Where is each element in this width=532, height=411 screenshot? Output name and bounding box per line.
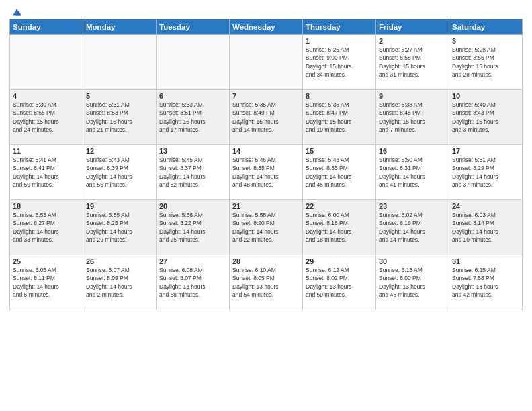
day-info: Sunrise: 6:02 AMSunset: 8:16 PMDaylight:… bbox=[379, 211, 446, 244]
day-number: 12 bbox=[86, 147, 153, 155]
calendar-day-cell: 10Sunrise: 5:40 AMSunset: 8:43 PMDayligh… bbox=[449, 90, 523, 145]
day-number: 5 bbox=[86, 92, 153, 100]
day-number: 22 bbox=[306, 202, 373, 210]
day-info: Sunrise: 5:25 AMSunset: 9:00 PMDaylight:… bbox=[306, 46, 373, 79]
day-info: Sunrise: 5:41 AMSunset: 8:41 PMDaylight:… bbox=[13, 156, 80, 189]
day-info: Sunrise: 5:45 AMSunset: 8:37 PMDaylight:… bbox=[159, 156, 226, 189]
calendar-day-cell: 28Sunrise: 6:10 AMSunset: 8:05 PMDayligh… bbox=[230, 255, 303, 310]
day-number: 7 bbox=[232, 92, 300, 100]
day-info: Sunrise: 5:33 AMSunset: 8:51 PMDaylight:… bbox=[159, 101, 226, 134]
calendar-header-tuesday: Tuesday bbox=[157, 19, 230, 35]
calendar-day-cell: 9Sunrise: 5:38 AMSunset: 8:45 PMDaylight… bbox=[376, 90, 449, 145]
calendar-week-row: 18Sunrise: 5:53 AMSunset: 8:27 PMDayligh… bbox=[10, 200, 523, 255]
day-info: Sunrise: 6:12 AMSunset: 8:02 PMDaylight:… bbox=[306, 266, 373, 299]
day-number: 11 bbox=[13, 147, 80, 155]
calendar-table: SundayMondayTuesdayWednesdayThursdayFrid… bbox=[9, 19, 523, 310]
calendar-week-row: 4Sunrise: 5:30 AMSunset: 8:55 PMDaylight… bbox=[10, 90, 523, 145]
day-number: 14 bbox=[232, 147, 300, 155]
calendar-day-cell: 3Sunrise: 5:28 AMSunset: 8:56 PMDaylight… bbox=[449, 35, 523, 90]
calendar-day-cell: 31Sunrise: 6:15 AMSunset: 7:58 PMDayligh… bbox=[449, 255, 523, 310]
calendar-day-cell: 19Sunrise: 5:55 AMSunset: 8:25 PMDayligh… bbox=[83, 200, 157, 255]
calendar-day-cell: 30Sunrise: 6:13 AMSunset: 8:00 PMDayligh… bbox=[376, 255, 449, 310]
day-info: Sunrise: 5:36 AMSunset: 8:47 PMDaylight:… bbox=[306, 101, 373, 134]
day-info: Sunrise: 6:03 AMSunset: 8:14 PMDaylight:… bbox=[452, 211, 519, 244]
calendar-header-row: SundayMondayTuesdayWednesdayThursdayFrid… bbox=[10, 19, 523, 35]
calendar-day-cell: 14Sunrise: 5:46 AMSunset: 8:35 PMDayligh… bbox=[230, 145, 303, 200]
calendar-header-friday: Friday bbox=[376, 19, 449, 35]
day-number: 28 bbox=[232, 257, 300, 265]
calendar-day-cell: 20Sunrise: 5:56 AMSunset: 8:22 PMDayligh… bbox=[157, 200, 230, 255]
calendar-header-wednesday: Wednesday bbox=[230, 19, 303, 35]
day-info: Sunrise: 6:07 AMSunset: 8:09 PMDaylight:… bbox=[86, 266, 153, 299]
calendar-day-cell: 17Sunrise: 5:51 AMSunset: 8:29 PMDayligh… bbox=[449, 145, 523, 200]
calendar-day-cell bbox=[10, 35, 83, 90]
day-number: 20 bbox=[159, 202, 226, 210]
day-info: Sunrise: 5:53 AMSunset: 8:27 PMDaylight:… bbox=[13, 211, 80, 244]
day-number: 13 bbox=[159, 147, 226, 155]
day-info: Sunrise: 5:43 AMSunset: 8:39 PMDaylight:… bbox=[86, 156, 153, 189]
day-info: Sunrise: 5:55 AMSunset: 8:25 PMDaylight:… bbox=[86, 211, 153, 244]
calendar-day-cell: 23Sunrise: 6:02 AMSunset: 8:16 PMDayligh… bbox=[376, 200, 449, 255]
calendar-day-cell: 26Sunrise: 6:07 AMSunset: 8:09 PMDayligh… bbox=[83, 255, 157, 310]
day-number: 9 bbox=[379, 92, 446, 100]
logo bbox=[9, 7, 23, 16]
day-info: Sunrise: 6:05 AMSunset: 8:11 PMDaylight:… bbox=[13, 266, 80, 299]
page: SundayMondayTuesdayWednesdayThursdayFrid… bbox=[0, 0, 532, 411]
day-number: 2 bbox=[379, 37, 446, 45]
calendar-day-cell: 1Sunrise: 5:25 AMSunset: 9:00 PMDaylight… bbox=[303, 35, 376, 90]
day-info: Sunrise: 6:08 AMSunset: 8:07 PMDaylight:… bbox=[159, 266, 226, 299]
calendar-day-cell bbox=[157, 35, 230, 90]
calendar-day-cell: 4Sunrise: 5:30 AMSunset: 8:55 PMDaylight… bbox=[10, 90, 83, 145]
calendar-day-cell bbox=[230, 35, 303, 90]
day-info: Sunrise: 5:50 AMSunset: 8:31 PMDaylight:… bbox=[379, 156, 446, 189]
day-info: Sunrise: 5:31 AMSunset: 8:53 PMDaylight:… bbox=[86, 101, 153, 134]
calendar-day-cell: 13Sunrise: 5:45 AMSunset: 8:37 PMDayligh… bbox=[157, 145, 230, 200]
day-number: 29 bbox=[306, 257, 373, 265]
calendar-day-cell: 8Sunrise: 5:36 AMSunset: 8:47 PMDaylight… bbox=[303, 90, 376, 145]
calendar-day-cell bbox=[83, 35, 157, 90]
calendar-header-monday: Monday bbox=[83, 19, 157, 35]
day-info: Sunrise: 5:35 AMSunset: 8:49 PMDaylight:… bbox=[232, 101, 300, 134]
day-info: Sunrise: 5:58 AMSunset: 8:20 PMDaylight:… bbox=[232, 211, 300, 244]
day-number: 26 bbox=[86, 257, 153, 265]
day-info: Sunrise: 5:30 AMSunset: 8:55 PMDaylight:… bbox=[13, 101, 80, 134]
calendar-day-cell: 21Sunrise: 5:58 AMSunset: 8:20 PMDayligh… bbox=[230, 200, 303, 255]
day-number: 25 bbox=[13, 257, 80, 265]
calendar-day-cell: 24Sunrise: 6:03 AMSunset: 8:14 PMDayligh… bbox=[449, 200, 523, 255]
day-number: 24 bbox=[452, 202, 519, 210]
day-number: 1 bbox=[306, 37, 373, 45]
day-number: 30 bbox=[379, 257, 446, 265]
day-info: Sunrise: 5:46 AMSunset: 8:35 PMDaylight:… bbox=[232, 156, 300, 189]
calendar-day-cell: 11Sunrise: 5:41 AMSunset: 8:41 PMDayligh… bbox=[10, 145, 83, 200]
logo-icon bbox=[11, 7, 23, 19]
calendar-day-cell: 15Sunrise: 5:48 AMSunset: 8:33 PMDayligh… bbox=[303, 145, 376, 200]
day-number: 21 bbox=[232, 202, 300, 210]
calendar-day-cell: 18Sunrise: 5:53 AMSunset: 8:27 PMDayligh… bbox=[10, 200, 83, 255]
day-info: Sunrise: 5:38 AMSunset: 8:45 PMDaylight:… bbox=[379, 101, 446, 134]
day-number: 27 bbox=[159, 257, 226, 265]
header bbox=[9, 7, 523, 16]
calendar-day-cell: 27Sunrise: 6:08 AMSunset: 8:07 PMDayligh… bbox=[157, 255, 230, 310]
day-number: 16 bbox=[379, 147, 446, 155]
calendar-week-row: 25Sunrise: 6:05 AMSunset: 8:11 PMDayligh… bbox=[10, 255, 523, 310]
calendar-day-cell: 6Sunrise: 5:33 AMSunset: 8:51 PMDaylight… bbox=[157, 90, 230, 145]
calendar-day-cell: 16Sunrise: 5:50 AMSunset: 8:31 PMDayligh… bbox=[376, 145, 449, 200]
calendar-day-cell: 5Sunrise: 5:31 AMSunset: 8:53 PMDaylight… bbox=[83, 90, 157, 145]
calendar-header-thursday: Thursday bbox=[303, 19, 376, 35]
day-number: 8 bbox=[306, 92, 373, 100]
calendar-day-cell: 22Sunrise: 6:00 AMSunset: 8:18 PMDayligh… bbox=[303, 200, 376, 255]
calendar-header-sunday: Sunday bbox=[10, 19, 83, 35]
day-info: Sunrise: 6:10 AMSunset: 8:05 PMDaylight:… bbox=[232, 266, 300, 299]
calendar-week-row: 1Sunrise: 5:25 AMSunset: 9:00 PMDaylight… bbox=[10, 35, 523, 90]
day-info: Sunrise: 5:40 AMSunset: 8:43 PMDaylight:… bbox=[452, 101, 519, 134]
day-info: Sunrise: 5:51 AMSunset: 8:29 PMDaylight:… bbox=[452, 156, 519, 189]
day-number: 3 bbox=[452, 37, 519, 45]
calendar-day-cell: 12Sunrise: 5:43 AMSunset: 8:39 PMDayligh… bbox=[83, 145, 157, 200]
day-number: 10 bbox=[452, 92, 519, 100]
calendar-day-cell: 25Sunrise: 6:05 AMSunset: 8:11 PMDayligh… bbox=[10, 255, 83, 310]
day-number: 23 bbox=[379, 202, 446, 210]
day-info: Sunrise: 5:27 AMSunset: 8:58 PMDaylight:… bbox=[379, 46, 446, 79]
day-info: Sunrise: 5:28 AMSunset: 8:56 PMDaylight:… bbox=[452, 46, 519, 79]
calendar-day-cell: 29Sunrise: 6:12 AMSunset: 8:02 PMDayligh… bbox=[303, 255, 376, 310]
day-number: 31 bbox=[452, 257, 519, 265]
